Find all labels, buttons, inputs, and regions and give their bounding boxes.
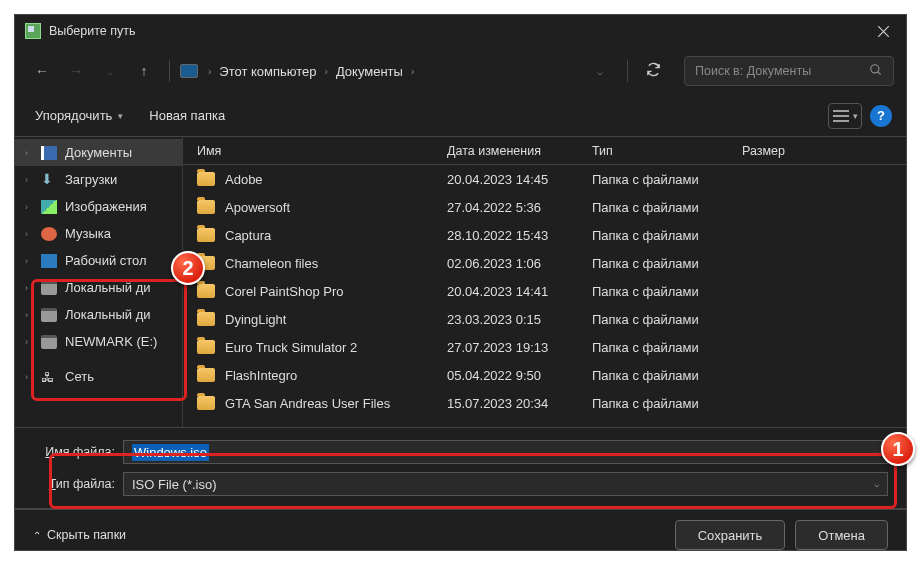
callout-badge-1: 1 — [881, 432, 915, 466]
refresh-button[interactable] — [638, 62, 668, 81]
chevron-down-icon[interactable]: ⌵ — [874, 447, 879, 457]
nav-item[interactable]: ›⬇Загрузки — [15, 166, 182, 193]
folder-row[interactable]: Adobe20.04.2023 14:45Папка с файлами — [183, 165, 906, 193]
filetype-select[interactable]: ISO File (*.iso) ⌵ — [123, 472, 888, 496]
folder-row[interactable]: DyingLight23.03.2023 0:15Папка с файлами — [183, 305, 906, 333]
col-date[interactable]: Дата изменения — [447, 144, 592, 158]
search-input[interactable]: Поиск в: Документы — [684, 56, 894, 86]
callout-badge-2: 2 — [171, 251, 205, 285]
folder-row[interactable]: Euro Truck Simulator 227.07.2023 19:13Па… — [183, 333, 906, 361]
titlebar: Выберите путь — [15, 15, 906, 47]
nav-toolbar: ← → ⌵ ↑ ›Этот компьютер›Документы› ⌵ Пои… — [15, 47, 906, 95]
up-button[interactable]: ↑ — [129, 56, 159, 86]
help-button[interactable]: ? — [870, 105, 892, 127]
nav-item[interactable]: ›Изображения — [15, 193, 182, 220]
back-button[interactable]: ← — [27, 56, 57, 86]
forward-button[interactable]: → — [61, 56, 91, 86]
rows-container: Adobe20.04.2023 14:45Папка с файламиApow… — [183, 165, 906, 427]
save-button[interactable]: Сохранить — [675, 520, 786, 550]
folder-row[interactable]: FlashIntegro05.04.2022 9:50Папка с файла… — [183, 361, 906, 389]
col-type[interactable]: Тип — [592, 144, 742, 158]
address-bar[interactable]: ›Этот компьютер›Документы› ⌵ — [180, 64, 617, 79]
filename-label: Имя файла: — [33, 445, 115, 459]
crumb-pc[interactable]: Этот компьютер — [219, 64, 316, 79]
nav-item-network[interactable]: ›🖧Сеть — [15, 363, 182, 390]
svg-point-0 — [871, 64, 879, 72]
folder-row[interactable]: Chameleon files02.06.2023 1:06Папка с фа… — [183, 249, 906, 277]
nav-item[interactable]: ›Музыка — [15, 220, 182, 247]
nav-item[interactable]: ›Документы — [15, 139, 182, 166]
window-title: Выберите путь — [49, 24, 136, 38]
nav-item[interactable]: ›Локальный ди — [15, 274, 182, 301]
filename-form: Имя файла: Windows.iso ⌵ Тип файла: ISO … — [15, 428, 906, 508]
nav-item[interactable]: ›Локальный ди — [15, 301, 182, 328]
save-dialog: Выберите путь ← → ⌵ ↑ ›Этот компьютер›До… — [14, 14, 907, 551]
command-bar: Упорядочить▾ Новая папка ▾ ? — [15, 95, 906, 137]
app-icon — [25, 23, 41, 39]
new-folder-button[interactable]: Новая папка — [143, 104, 231, 127]
crumb-docs[interactable]: Документы — [336, 64, 403, 79]
pc-icon — [180, 64, 198, 78]
organize-menu[interactable]: Упорядочить▾ — [29, 104, 129, 127]
filename-input[interactable]: Windows.iso ⌵ — [123, 440, 888, 464]
folder-row[interactable]: Corel PaintShop Pro20.04.2023 14:41Папка… — [183, 277, 906, 305]
hide-folders-link[interactable]: ⌃Скрыть папки — [33, 528, 126, 542]
filetype-label: Тип файла: — [33, 477, 115, 491]
recent-dropdown[interactable]: ⌵ — [95, 56, 125, 86]
folder-row[interactable]: GTA San Andreas User Files15.07.2023 20:… — [183, 389, 906, 417]
search-icon — [869, 63, 883, 80]
nav-item[interactable]: ›Рабочий стол — [15, 247, 182, 274]
close-button[interactable] — [860, 15, 906, 47]
nav-tree[interactable]: ›Документы›⬇Загрузки›Изображения›Музыка›… — [15, 137, 183, 427]
col-size[interactable]: Размер — [742, 144, 906, 158]
nav-item[interactable]: ›NEWMARK (E:) — [15, 328, 182, 355]
address-dropdown-icon[interactable]: ⌵ — [597, 66, 603, 77]
folder-row[interactable]: Captura28.10.2022 15:43Папка с файлами — [183, 221, 906, 249]
dialog-footer: ⌃Скрыть папки Сохранить Отмена — [15, 509, 906, 564]
chevron-down-icon[interactable]: ⌵ — [874, 479, 879, 489]
view-button[interactable]: ▾ — [828, 103, 862, 129]
folder-row[interactable]: Apowersoft27.04.2022 5:36Папка с файлами — [183, 193, 906, 221]
file-list: Имя Дата изменения Тип Размер Adobe20.04… — [183, 137, 906, 427]
col-name[interactable]: Имя — [197, 144, 447, 158]
column-headers[interactable]: Имя Дата изменения Тип Размер — [183, 137, 906, 165]
cancel-button[interactable]: Отмена — [795, 520, 888, 550]
